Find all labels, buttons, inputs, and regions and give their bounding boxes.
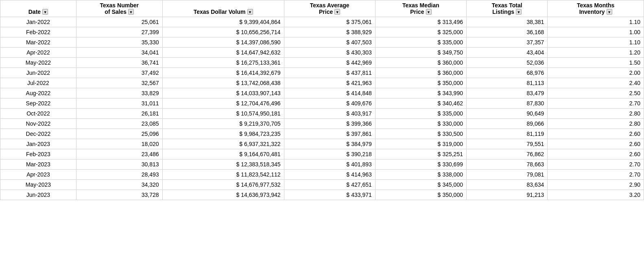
dollar-sign-icon: $ — [236, 49, 239, 56]
months-cell: 2.60 — [548, 139, 644, 149]
th-median-price: Texas Median Price ▼ — [375, 0, 466, 17]
listings-cell: 81,113 — [466, 78, 547, 88]
dollar-volume-cell: $14,033,907,143 — [162, 88, 284, 98]
months-cell: 1.00 — [548, 27, 644, 37]
median-price-cell: $345,000 — [375, 180, 466, 190]
table-row: May-202334,320$14,676,977,532$427,651$34… — [0, 180, 644, 190]
dollar-sign-icon: $ — [438, 29, 441, 35]
months-top-label: Texas Months — [551, 2, 640, 9]
avg-price-cell: $409,676 — [284, 98, 375, 109]
dollar-sign-icon: $ — [236, 181, 239, 188]
median-price-cell: $330,699 — [375, 159, 466, 170]
dollar-sign-icon: $ — [438, 59, 441, 66]
number-cell: 31,011 — [76, 98, 162, 109]
median-price-cell: $313,496 — [375, 17, 466, 27]
dollar-volume-cell: $9,219,370,705 — [162, 119, 284, 129]
avg-price-cell: $388,929 — [284, 27, 375, 37]
dollar-sign-icon: $ — [346, 59, 349, 66]
dollar-sign-icon: $ — [346, 39, 349, 46]
months-cell: 1.50 — [548, 58, 644, 68]
number-cell: 33,829 — [76, 88, 162, 98]
table-row: Apr-202234,041$14,647,942,632$430,303$34… — [0, 48, 644, 58]
dollar-sign-icon: $ — [236, 29, 239, 35]
median-price-cell: $349,750 — [375, 48, 466, 58]
avg-price-cell: $401,893 — [284, 159, 375, 170]
dollar-sign-icon: $ — [346, 161, 349, 168]
th-date: Date ▼ — [0, 0, 76, 17]
dollar-sign-icon: $ — [438, 171, 441, 178]
number-bottom-label: of Sales — [105, 9, 127, 15]
dollar-sign-icon: $ — [346, 192, 349, 198]
months-cell: 2.60 — [548, 149, 644, 159]
dollar-sign-icon: $ — [346, 110, 349, 117]
median-price-cell: $330,500 — [375, 129, 466, 139]
number-cell: 27,399 — [76, 27, 162, 37]
number-cell: 32,567 — [76, 78, 162, 88]
table-row: Sep-202231,011$12,704,476,496$409,676$34… — [0, 98, 644, 109]
dollar-volume-cell: $10,574,950,181 — [162, 109, 284, 119]
listings-cell: 91,213 — [466, 190, 547, 200]
months-dropdown-icon[interactable]: ▼ — [607, 9, 612, 15]
dollar-volume-cell: $14,397,086,590 — [162, 37, 284, 48]
dollar-bottom-label: Texas Dollar Volum — [194, 9, 246, 15]
avg-price-cell: $430,303 — [284, 48, 375, 58]
date-label: Date — [28, 9, 41, 15]
data-table: Date ▼ Texas Number of Sales ▼ Texas Dol… — [0, 0, 644, 200]
date-cell: Feb-2022 — [0, 27, 76, 37]
dollar-sign-icon: $ — [438, 131, 441, 137]
dollar-sign-icon: $ — [438, 192, 441, 198]
listings-cell: 81,119 — [466, 129, 547, 139]
dollar-volume-cell: $9,984,723,235 — [162, 129, 284, 139]
table-row: Aug-202233,829$14,033,907,143$414,848$34… — [0, 88, 644, 98]
avg-price-cell: $403,917 — [284, 109, 375, 119]
months-bottom-label: Inventory — [579, 9, 605, 15]
avg-price-cell: $384,979 — [284, 139, 375, 149]
dollar-sign-icon: $ — [438, 90, 441, 96]
dollar-sign-icon: $ — [438, 161, 441, 168]
table-row: Jan-202318,020$6,937,321,322$384,979$319… — [0, 139, 644, 149]
dollar-sign-icon: $ — [236, 100, 239, 107]
date-filter-icon[interactable]: ▼ — [42, 9, 48, 15]
median-top-label: Texas Median — [379, 2, 463, 9]
dollar-volume-cell: $14,647,942,632 — [162, 48, 284, 58]
avg-dropdown-icon[interactable]: ▼ — [334, 9, 340, 15]
date-cell: Sep-2022 — [0, 98, 76, 109]
dollar-dropdown-icon[interactable]: ▼ — [247, 9, 253, 15]
avg-top-label: Texas Average — [288, 2, 372, 9]
date-cell: Jun-2022 — [0, 68, 76, 78]
date-cell: Nov-2022 — [0, 119, 76, 129]
date-cell: Apr-2022 — [0, 48, 76, 58]
median-dropdown-icon[interactable]: ▼ — [426, 9, 432, 15]
median-price-cell: $335,000 — [375, 37, 466, 48]
number-dropdown-icon[interactable]: ▼ — [128, 9, 134, 15]
months-cell: 2.80 — [548, 109, 644, 119]
table-row: Feb-202323,486$9,164,670,481$390,218$325… — [0, 149, 644, 159]
dollar-sign-icon: $ — [236, 70, 239, 76]
avg-price-cell: $407,503 — [284, 37, 375, 48]
dollar-sign-icon: $ — [239, 151, 242, 157]
date-cell: Jan-2022 — [0, 17, 76, 27]
dollar-sign-icon: $ — [236, 192, 239, 198]
dollar-sign-icon: $ — [438, 120, 441, 127]
table-row: Jun-202237,492$16,414,392,679$437,811$36… — [0, 68, 644, 78]
median-price-cell: $319,000 — [375, 139, 466, 149]
months-cell: 1.20 — [548, 48, 644, 58]
dollar-top-label — [166, 2, 281, 9]
median-price-cell: $325,000 — [375, 27, 466, 37]
table-row: Apr-202328,493$11,823,542,112$414,963$33… — [0, 170, 644, 180]
listings-cell: 52,036 — [466, 58, 547, 68]
table-row: Jun-202333,728$14,636,973,942$433,971$35… — [0, 190, 644, 200]
total-dropdown-icon[interactable]: ▼ — [516, 9, 522, 15]
dollar-sign-icon: $ — [346, 19, 349, 25]
months-cell: 2.70 — [548, 170, 644, 180]
median-price-cell: $330,000 — [375, 119, 466, 129]
dollar-sign-icon: $ — [346, 131, 349, 137]
dollar-sign-icon: $ — [438, 110, 441, 117]
dollar-sign-icon: $ — [236, 80, 239, 86]
median-price-cell: $340,462 — [375, 98, 466, 109]
listings-cell: 68,976 — [466, 68, 547, 78]
date-cell: Oct-2022 — [0, 109, 76, 119]
dollar-sign-icon: $ — [346, 181, 349, 188]
dollar-sign-icon: $ — [346, 70, 349, 76]
dollar-sign-icon: $ — [236, 110, 239, 117]
